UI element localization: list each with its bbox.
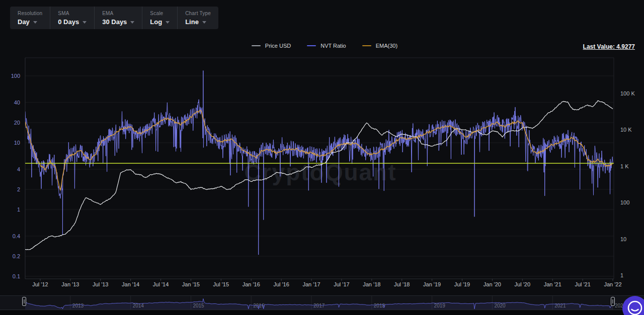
navigator[interactable]: 2013201420152016201720182019202020212022 (0, 295, 644, 310)
legend-item-label: EMA(30) (376, 43, 397, 49)
toolbar-dropdown[interactable]: Chart Type Line (177, 7, 218, 29)
toolbar-dropdown-label: EMA (102, 10, 134, 17)
chart-legend: Price USD NVT Ratio EMA(30) (25, 43, 624, 49)
left-axis-labels: 1004020104210.40.20.1 (11, 73, 20, 279)
svg-text:Jan '13: Jan '13 (61, 281, 79, 287)
svg-text:Jan '21: Jan '21 (544, 281, 561, 287)
chevron-down-icon (130, 21, 134, 24)
svg-text:Jul '18: Jul '18 (394, 281, 410, 287)
svg-text:Jan '16: Jan '16 (243, 281, 260, 287)
svg-text:Jul '16: Jul '16 (273, 281, 289, 287)
svg-text:2: 2 (17, 186, 20, 192)
svg-text:Jul '17: Jul '17 (334, 281, 349, 287)
svg-text:40: 40 (14, 99, 20, 106)
svg-text:100 K: 100 K (620, 90, 635, 96)
footer-strip (0, 310, 644, 315)
chat-support-button[interactable] (622, 296, 644, 315)
svg-text:20: 20 (14, 120, 20, 126)
chevron-down-icon (202, 21, 206, 24)
toolbar-dropdown[interactable]: Scale Log (142, 7, 177, 29)
toolbar-dropdown[interactable]: SMA 0 Days (50, 7, 94, 29)
svg-text:1 K: 1 K (620, 163, 629, 169)
toolbar-dropdown-value: 30 Days (102, 18, 127, 26)
svg-text:100: 100 (11, 73, 20, 79)
legend-item[interactable]: Price USD (252, 43, 291, 49)
svg-text:1: 1 (620, 272, 623, 278)
chart-settings-toolbar: Resolution Day SMA 0 Days EMA 30 Days (10, 7, 218, 29)
svg-text:100: 100 (620, 199, 629, 205)
toolbar-dropdown[interactable]: EMA 30 Days (94, 7, 142, 29)
svg-text:Jan '17: Jan '17 (302, 281, 320, 287)
svg-text:Jan '14: Jan '14 (122, 281, 139, 287)
legend-item[interactable]: EMA(30) (362, 43, 397, 49)
svg-text:Jan '20: Jan '20 (484, 281, 501, 287)
svg-text:1: 1 (17, 206, 20, 213)
svg-text:Jul '21: Jul '21 (575, 281, 590, 287)
legend-item-label: NVT Ratio (320, 43, 346, 49)
toolbar-dropdown-label: SMA (58, 10, 87, 17)
svg-text:10 K: 10 K (620, 127, 632, 133)
toolbar-dropdown-value: Log (150, 18, 162, 26)
legend-dash-icon (252, 45, 261, 46)
cryptoquant-chart-page: CryptoQuantJul '12Jan '13Jul '13Jan '14J… (0, 0, 644, 315)
right-axis-labels: 100 K10 K1 K100101 (620, 90, 635, 279)
legend-item[interactable]: NVT Ratio (307, 43, 346, 49)
toolbar-dropdown-label: Resolution (18, 10, 42, 17)
svg-text:Jul '20: Jul '20 (515, 281, 530, 287)
svg-text:Jul '19: Jul '19 (454, 281, 470, 287)
svg-text:10: 10 (620, 236, 626, 242)
svg-text:Jan '18: Jan '18 (363, 281, 380, 287)
svg-text:Jan '15: Jan '15 (182, 281, 200, 287)
toolbar-dropdown-value: Day (18, 18, 30, 26)
toolbar-dropdown[interactable]: Resolution Day (10, 7, 50, 29)
svg-text:0.2: 0.2 (13, 253, 20, 259)
svg-text:0.1: 0.1 (13, 273, 20, 279)
chevron-down-icon (33, 21, 37, 24)
svg-text:Jan '19: Jan '19 (423, 281, 441, 287)
legend-dash-icon (362, 45, 371, 46)
svg-text:Jul '15: Jul '15 (213, 281, 229, 287)
toolbar-dropdown-value: Line (185, 18, 199, 26)
svg-text:10: 10 (14, 140, 20, 146)
smiley-face-icon (622, 296, 644, 315)
last-value-link[interactable]: Last Value: 4.9277 (583, 43, 635, 50)
svg-text:Jul '13: Jul '13 (93, 281, 108, 287)
svg-text:0.4: 0.4 (13, 233, 20, 239)
legend-dash-icon (307, 45, 316, 46)
toolbar-dropdown-label: Scale (150, 10, 170, 17)
toolbar-dropdown-label: Chart Type (185, 10, 211, 17)
svg-text:Jan '22: Jan '22 (604, 281, 621, 287)
toolbar-dropdown-value: 0 Days (58, 18, 79, 26)
svg-text:4: 4 (17, 166, 20, 172)
x-axis-labels: Jul '12Jan '13Jul '13Jan '14Jul '14Jan '… (32, 279, 621, 287)
legend-item-label: Price USD (265, 43, 291, 49)
chevron-down-icon (166, 21, 170, 24)
svg-text:Jul '14: Jul '14 (153, 281, 169, 287)
chevron-down-icon (83, 21, 87, 24)
svg-text:Jul '12: Jul '12 (32, 281, 48, 287)
